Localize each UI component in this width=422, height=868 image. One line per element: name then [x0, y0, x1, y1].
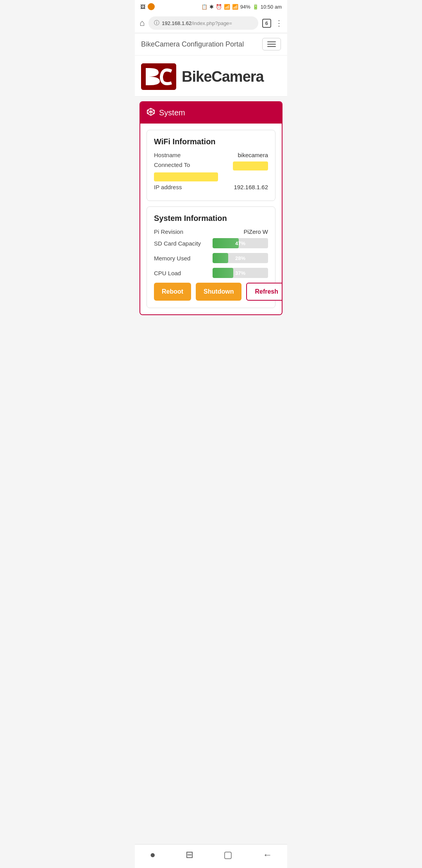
shutdown-button[interactable]: Shutdown	[196, 283, 241, 301]
connected-to-value	[233, 161, 268, 170]
system-info-card: System Information Pi Revision PiZero W …	[147, 206, 275, 308]
hamburger-button[interactable]	[262, 38, 281, 50]
connected-to-label: Connected To	[154, 161, 201, 168]
system-section: System WiFi Information Hostname bikecam…	[139, 101, 283, 315]
system-icon	[147, 108, 155, 118]
browser-menu-icon[interactable]: ⋮	[275, 18, 283, 28]
hamburger-line-3	[267, 46, 276, 47]
memory-label: Memory Used	[154, 255, 213, 262]
ip-label: IP address	[154, 184, 201, 190]
main-content: System WiFi Information Hostname bikecam…	[135, 97, 287, 326]
wifi-card: WiFi Information Hostname bikecamera Con…	[147, 130, 275, 201]
home-icon[interactable]: ⌂	[139, 18, 145, 28]
hostname-label: Hostname	[154, 152, 201, 158]
tab-counter[interactable]: 6	[262, 19, 271, 28]
memory-progress: 28%	[213, 253, 268, 263]
pi-revision-row: Pi Revision PiZero W	[154, 228, 268, 235]
battery-icon: 🔋	[252, 4, 259, 10]
image-icon: 🖼	[140, 4, 145, 10]
bluetooth-icon: ✱	[209, 4, 214, 10]
wifi-card-title: WiFi Information	[154, 137, 268, 146]
system-info-title: System Information	[154, 214, 268, 223]
sd-card-percent: 47%	[235, 240, 245, 246]
status-right: 📋 ✱ ⏰ 📶 📶 94% 🔋 10:50 am	[201, 4, 282, 10]
cpu-bar	[213, 268, 233, 278]
info-icon: ⓘ	[154, 20, 159, 27]
logo-svg	[141, 63, 176, 90]
section-title: System	[159, 108, 185, 117]
memory-percent: 28%	[235, 255, 245, 261]
hamburger-line-2	[267, 44, 276, 45]
time-display: 10:50 am	[261, 4, 282, 10]
connected-to-row: Connected To	[154, 161, 268, 170]
pi-revision-value: PiZero W	[243, 228, 268, 235]
logo-area: BikeCamera	[135, 56, 287, 97]
battery-percent: 94%	[240, 4, 250, 10]
sim-icon: 📋	[201, 4, 207, 10]
svg-rect-1	[146, 68, 149, 85]
sd-card-progress: 47%	[213, 238, 268, 248]
memory-row: Memory Used 28%	[154, 253, 268, 263]
ip-value: 192.168.1.62	[234, 184, 268, 190]
status-bar: 🖼 📋 ✱ ⏰ 📶 📶 94% 🔋 10:50 am	[135, 0, 287, 13]
url-path: /index.php?page=	[191, 20, 232, 26]
section-header: System	[140, 102, 282, 124]
sd-card-label: SD Card Capacity	[154, 240, 213, 247]
alarm-icon: ⏰	[216, 4, 222, 10]
hamburger-line-1	[267, 41, 276, 42]
memory-bar	[213, 253, 228, 263]
signal-icon: 📶	[232, 4, 238, 10]
connected-to-extra	[154, 174, 268, 181]
cpu-progress: 37%	[213, 268, 268, 278]
refresh-button[interactable]: Refresh	[246, 283, 283, 301]
cpu-row: CPU Load 37%	[154, 268, 268, 278]
browser-bar: ⌂ ⓘ 192.168.1.62/index.php?page= 6 ⋮	[135, 13, 287, 33]
wifi-icon: 📶	[224, 4, 230, 10]
cpu-percent: 37%	[235, 270, 245, 276]
nav-bar: BikeCamera Configuration Portal	[135, 33, 287, 56]
hostname-value: bikecamera	[238, 152, 268, 158]
url-display: 192.168.1.62/index.php?page=	[162, 20, 232, 26]
action-buttons: Reboot Shutdown Refresh	[154, 283, 268, 301]
sd-card-bar	[213, 238, 239, 248]
status-left: 🖼	[140, 3, 155, 10]
spacer	[135, 326, 287, 357]
hostname-row: Hostname bikecamera	[154, 152, 268, 158]
sd-card-row: SD Card Capacity 47%	[154, 238, 268, 248]
section-body: WiFi Information Hostname bikecamera Con…	[140, 124, 282, 314]
url-domain: 192.168.1.62	[162, 20, 191, 26]
pi-revision-label: Pi Revision	[154, 228, 201, 235]
portal-title: BikeCamera Configuration Portal	[141, 40, 244, 48]
logo-text: BikeCamera	[182, 68, 264, 85]
url-bar[interactable]: ⓘ 192.168.1.62/index.php?page=	[148, 16, 258, 30]
ip-row: IP address 192.168.1.62	[154, 184, 268, 190]
reboot-button[interactable]: Reboot	[154, 283, 191, 301]
logo-icon	[141, 63, 176, 90]
cpu-label: CPU Load	[154, 270, 213, 276]
notification-icon	[148, 3, 155, 10]
